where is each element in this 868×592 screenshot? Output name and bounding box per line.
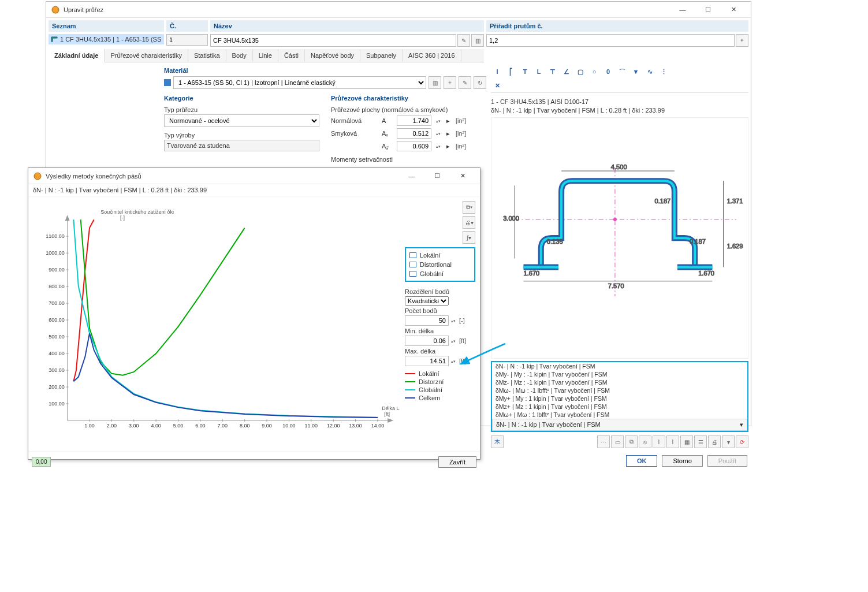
fsm-footer: 0,00 Zavřít [28, 452, 480, 471]
tab-stress[interactable]: Napěťové body [305, 49, 360, 62]
maximize-button[interactable]: ☐ [695, 2, 721, 18]
svg-text:8.00: 8.00 [240, 423, 249, 429]
name-input[interactable] [210, 34, 456, 47]
result-select[interactable]: δN- | N : -1 kip | Tvar vybočení | FSM▾ [492, 419, 747, 431]
print-icon[interactable]: 🖨 [708, 435, 721, 448]
cancel-button[interactable]: Storno [662, 455, 702, 467]
icon-circ[interactable]: ○ [588, 66, 601, 77]
mode-global[interactable]: Globální [409, 269, 471, 278]
tab-props[interactable]: Průřezové charakteristiky [105, 49, 188, 62]
val-Ay[interactable] [397, 128, 431, 139]
icon-I[interactable]: I [491, 66, 504, 77]
svg-text:1000.00: 1000.00 [46, 250, 64, 256]
val-A[interactable] [397, 116, 431, 126]
material-new-icon[interactable]: ＋ [444, 76, 456, 89]
tb-icon[interactable]: ▦ [680, 435, 693, 448]
result-item[interactable]: δMz+ | Mz : 1 kipin | Tvar vybočení | FS… [492, 403, 747, 411]
dist-label: Rozdělení bodů [405, 286, 475, 296]
tab-parts[interactable]: Části [278, 49, 305, 62]
icon-Ic[interactable]: ⎡ [505, 66, 517, 77]
mode-local[interactable]: Lokální [409, 251, 471, 260]
plot-svg[interactable]: Součinitel kritického zatížení δki [-] 1… [33, 201, 400, 452]
tab-aisc[interactable]: AISC 360 | 2016 [403, 49, 461, 62]
apply-button[interactable]: Použít [707, 455, 747, 467]
icon-0[interactable]: 0 [602, 66, 614, 77]
ok-button[interactable]: OK [626, 455, 658, 467]
svg-text:1.00: 1.00 [84, 423, 94, 429]
type-select[interactable]: Normované - ocelové [164, 114, 319, 127]
spin-icon[interactable]: ▴▾ [436, 120, 442, 122]
minlen-input[interactable] [405, 336, 449, 346]
result-item[interactable]: δMy- | My : -1 kipin | Tvar vybočení | F… [492, 370, 747, 378]
icon-rect[interactable]: ▢ [574, 66, 587, 77]
spin-icon[interactable]: ▴▾ [436, 145, 442, 148]
minimize-button[interactable]: — [399, 168, 424, 184]
tab-points[interactable]: Body [226, 49, 253, 62]
tb-icon[interactable]: ⧉ [625, 435, 638, 448]
svg-point-0 [52, 6, 59, 13]
close-button[interactable]: ✕ [721, 2, 746, 18]
result-item[interactable]: δMω- | Mω : -1 lbfft² | Tvar vybočení | … [492, 386, 747, 394]
result-item[interactable]: δMy+ | My : 1 kipin | Tvar vybočení | FS… [492, 394, 747, 403]
spin-icon[interactable]: ▴▾ [436, 132, 442, 135]
val-Az[interactable] [397, 141, 431, 151]
tb-icon[interactable]: ▾ [722, 435, 735, 448]
shape-icon[interactable]: ∫▾ [463, 231, 475, 244]
fsm-results-icon[interactable]: ⽊ [491, 435, 504, 448]
tb-icon[interactable]: ▭ [611, 435, 624, 448]
icon-misc1[interactable]: ▼ [629, 66, 642, 77]
icon-L[interactable]: L [532, 66, 545, 77]
mode-distortional[interactable]: Distortional [409, 260, 471, 269]
dist-select[interactable]: Kvadratická [405, 296, 449, 306]
icon-hat[interactable]: ⌒ [616, 66, 628, 77]
svg-text:3.00: 3.00 [129, 423, 139, 429]
svg-text:300.00: 300.00 [49, 367, 64, 373]
section-list-item[interactable]: 1 CF 3HU4.5x135 | 1 - A653-15 (SS [49, 34, 164, 44]
result-item[interactable]: δMz- | Mz : -1 kipin | Tvar vybočení | F… [492, 378, 747, 386]
icon-angle[interactable]: ∠ [560, 66, 573, 77]
section-viewer[interactable]: 4.500 7.570 3.000 1.371 1.629 0.135 0.18… [491, 117, 748, 359]
maxlen-input[interactable] [405, 356, 449, 366]
svg-text:700.00: 700.00 [49, 300, 64, 306]
close-button[interactable]: Zavřít [438, 456, 476, 468]
tab-stats[interactable]: Statistika [188, 49, 226, 62]
spin-icon[interactable]: ▴▾ [451, 319, 457, 322]
number-input[interactable] [166, 34, 208, 46]
material-select[interactable]: 1 - A653-15 (SS 50, Cl 1) | Izotropní | … [173, 76, 426, 89]
close-button[interactable]: ✕ [450, 168, 475, 184]
sym-Ay: Aᵧ [382, 130, 392, 137]
tb-icon[interactable]: I [653, 435, 665, 448]
result-list[interactable]: δN- | N : -1 kip | Tvar vybočení | FSM δ… [492, 362, 747, 419]
maximize-button[interactable]: ☐ [424, 168, 450, 184]
icon-T[interactable]: T [519, 66, 531, 77]
plot-opts-icon[interactable]: ⧉▾ [463, 201, 475, 214]
pick-members-icon[interactable]: ⌖ [736, 34, 748, 47]
result-item[interactable]: δMω+ | Mω : 1 lbfft² | Tvar vybočení | F… [492, 411, 747, 419]
material-edit-icon[interactable]: ✎ [459, 76, 471, 89]
edit-comment-icon[interactable]: ✎ [457, 34, 470, 47]
refresh-icon[interactable]: ⟳ [736, 435, 748, 448]
spin-icon[interactable]: ▴▾ [451, 340, 457, 342]
icon-wave[interactable]: ∿ [643, 66, 656, 77]
minimize-button[interactable]: — [670, 2, 695, 18]
tb-icon[interactable]: ⋯ [597, 435, 610, 448]
tb-icon[interactable]: ⎋ [639, 435, 651, 448]
library-icon[interactable]: ▥ [471, 34, 484, 47]
npoints-input[interactable] [405, 315, 449, 326]
tb-icon[interactable]: I [666, 435, 679, 448]
material-lib-icon[interactable]: ▥ [429, 76, 441, 89]
print-icon[interactable]: 🖨▾ [463, 216, 475, 229]
tab-lines[interactable]: Linie [253, 49, 278, 62]
spin-icon[interactable]: ▴▾ [451, 360, 457, 363]
sym-A: A [382, 117, 392, 124]
assign-input[interactable] [486, 34, 735, 47]
main-titlebar: Upravit průřez — ☐ ✕ [46, 2, 751, 18]
icon-Tr[interactable]: ⊤ [546, 66, 559, 77]
tb-icon[interactable]: ☰ [694, 435, 707, 448]
result-item[interactable]: δN- | N : -1 kip | Tvar vybočení | FSM [492, 362, 747, 370]
icon-x[interactable]: ✕ [491, 80, 504, 91]
material-refresh-icon[interactable]: ↻ [474, 76, 486, 89]
tab-subpanels[interactable]: Subpanely [360, 49, 403, 62]
tab-basic[interactable]: Základní údaje [49, 49, 105, 62]
icon-more[interactable]: ⋮ [657, 66, 670, 77]
